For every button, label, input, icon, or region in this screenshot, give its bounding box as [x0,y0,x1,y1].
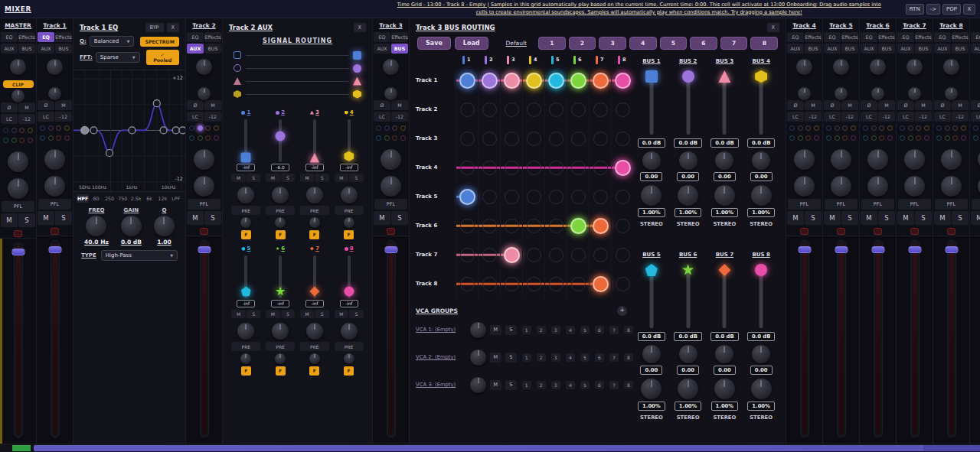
bus-level-slider[interactable] [755,70,767,135]
matrix-cell-4[interactable] [522,95,544,124]
vca-assign-3[interactable]: 3 [551,326,560,334]
bus-button[interactable]: BUS [915,44,932,54]
pan-knob[interactable] [904,149,925,170]
eq-band-point-7[interactable] [172,127,179,134]
bus-slider-handle[interactable] [682,264,694,276]
send-level-slider[interactable] [240,255,251,298]
channel-fader[interactable] [933,236,969,444]
matrix-cell-3[interactable] [500,211,522,240]
vca-assign-4[interactable]: 4 [566,326,575,334]
matrix-cell-3[interactable] [500,95,522,124]
trim-knob[interactable] [198,87,211,100]
effects-button[interactable]: Effects [391,32,408,42]
vca-assign-8[interactable]: 8 [624,326,633,334]
mute-button[interactable]: M [897,211,914,225]
channel-fader[interactable] [970,236,980,444]
send-mute-button[interactable]: M [231,174,246,182]
matrix-cell-2[interactable] [478,269,500,298]
vca-assign-3[interactable]: 3 [551,353,560,362]
mono-button[interactable]: M [841,100,858,110]
send-mute-button[interactable]: M [300,174,315,182]
lowcut-button[interactable]: LC [787,112,804,122]
eq-button[interactable]: EQ [787,32,804,42]
eq-band-750[interactable]: 750 [116,194,129,203]
vca-assign-1[interactable]: 1 [522,353,531,362]
matrix-cell-6[interactable] [567,211,589,240]
send-level-slider[interactable] [309,119,320,162]
matrix-cell-4[interactable] [522,211,544,240]
bus-width-knob[interactable] [714,379,735,399]
matrix-cell-3[interactable] [500,182,522,211]
bus-pan-value[interactable]: 0.00 [750,172,773,181]
matrix-cell-6[interactable] [567,182,589,211]
pfl-button[interactable]: PFL [825,199,858,210]
vca-assign-1[interactable]: 1 [522,381,531,389]
matrix-cell-8[interactable] [611,211,633,240]
record-indicator[interactable] [874,228,882,235]
send-solo-button[interactable]: S [281,174,296,182]
matrix-cell-7[interactable] [589,124,611,153]
bus-gain-value[interactable]: 0.0 dB [674,332,701,341]
level-knob[interactable] [8,178,28,199]
mute-button[interactable]: M [187,211,204,225]
level-knob[interactable] [941,176,962,197]
send-level-value[interactable]: -6.0 [271,164,289,171]
mono-button[interactable]: M [204,100,221,110]
bus-width-knob[interactable] [678,379,698,399]
send-level-value[interactable]: -inf [237,300,255,307]
bus-mode-label[interactable]: STEREO [672,219,704,229]
matrix-cell-6[interactable] [567,153,589,182]
close-icon[interactable]: X [767,23,779,32]
effects-button[interactable]: Effects [805,32,822,42]
matrix-cell-2[interactable] [478,153,500,182]
matrix-cell-1[interactable] [456,95,478,124]
matrix-cell-6[interactable] [567,66,589,95]
q-select[interactable]: Balanced▼ [90,36,135,47]
aux-button[interactable]: AUX [934,44,951,54]
matrix-cell-1[interactable] [456,124,478,153]
pre-post-toggle[interactable]: PRE [300,342,329,351]
channel-fader[interactable] [373,236,409,444]
gain-knob[interactable] [943,59,959,75]
matrix-cell-7[interactable] [589,211,611,240]
matrix-cell-3[interactable] [500,269,522,298]
record-indicator[interactable] [387,228,395,235]
bus-pan-knob[interactable] [642,151,661,170]
phase-button[interactable]: Ø [787,100,804,110]
send-level-value[interactable]: -inf [340,164,358,171]
spectrum-button[interactable]: SPECTRUM [140,37,179,47]
bus-pan-knob[interactable] [642,345,661,363]
level-knob[interactable] [831,176,851,197]
bus-pan-knob[interactable] [679,151,697,170]
phase-button[interactable]: Ø [187,100,204,110]
trim-knob[interactable] [908,87,921,100]
send-pan-knob[interactable] [341,323,358,340]
mono-button[interactable]: M [952,100,969,110]
phase-button[interactable]: Ø [374,100,390,110]
mono-button[interactable]: M [18,102,35,112]
pre-post-toggle[interactable]: PRE [335,206,364,215]
send-level-slider[interactable] [275,119,286,162]
eq-band-6k[interactable]: 6k [143,194,155,203]
eq-band-12k[interactable]: 12k [156,194,168,203]
vca-assign-4[interactable]: 4 [566,353,575,362]
bus-level-slider[interactable] [682,264,694,328]
send-fx-button[interactable]: F [276,366,286,376]
send-mute-button[interactable]: M [266,310,280,318]
bus-slider-handle[interactable] [755,70,767,83]
pfl-button[interactable]: PFL [2,201,34,212]
pan-knob[interactable] [44,149,65,170]
bus-mode-label[interactable]: STEREO [708,413,740,422]
send-trim-knob[interactable] [309,217,320,228]
eq-band-2.5k[interactable]: 2.5k [130,194,142,203]
preset-button-7[interactable]: 7 [720,37,748,50]
level-knob[interactable] [44,176,65,197]
pan-knob[interactable] [794,149,815,170]
phase-button[interactable]: Ø [38,100,54,110]
close-icon[interactable]: X [167,23,179,32]
send-fx-button[interactable]: F [309,366,319,376]
send-slider-handle[interactable] [241,287,251,297]
bus-button[interactable]: BUS [18,44,35,54]
pfl-button[interactable]: PFL [861,199,894,210]
eq-band-80[interactable]: 80 [90,194,102,203]
